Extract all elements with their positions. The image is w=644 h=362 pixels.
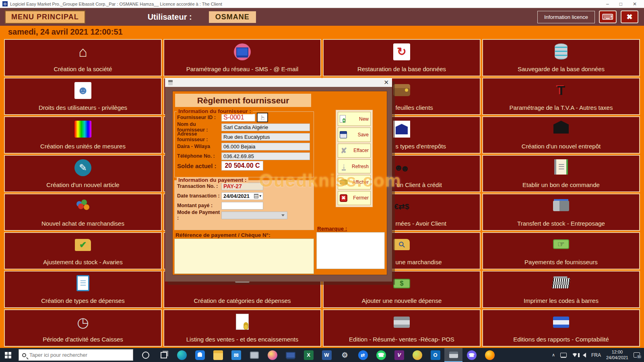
information-licence-button[interactable]: Information licence (537, 11, 595, 23)
tile-restauration-base[interactable]: Restauration de la base données (323, 39, 481, 76)
notification-badge: 11 (637, 355, 642, 359)
tray-chevron-icon[interactable]: ∧ (552, 352, 555, 358)
telephone-field[interactable]: 036.42.69.85 (221, 152, 310, 160)
save-button[interactable]: Save (338, 128, 371, 142)
tile-unites-mesures[interactable]: Création des unités de mesures (4, 116, 162, 154)
taskbar-app-paint[interactable] (263, 348, 281, 362)
taskbar-app-firefox[interactable] (481, 348, 499, 362)
taskbar-app-java[interactable] (408, 348, 426, 362)
tile-nouvel-article[interactable]: Création d'un nouvel article (4, 155, 162, 192)
volume-icon[interactable] (583, 353, 586, 358)
effacer-button[interactable]: Effacer (338, 144, 371, 158)
nom-fournisseur-field[interactable]: Sarl Candia Algérie (221, 123, 310, 131)
taskbar-app-edge[interactable] (173, 348, 191, 362)
taskbar-app-file-explorer[interactable] (209, 348, 227, 362)
tile-listing-ventes[interactable]: Listing des ventes - et des encaissement… (163, 309, 321, 347)
date-transaction-field[interactable]: 24/04/2021 ▾ (221, 192, 263, 200)
taskbar-app-task-view[interactable] (155, 348, 173, 362)
dialog-titlebar[interactable]: ✕ (165, 78, 392, 87)
tile-nouvel-entrepot[interactable]: Création d'un nouvel entrepôt (482, 116, 640, 154)
taskbar-app-remote-config[interactable] (336, 348, 354, 362)
tile-ajustement-stock[interactable]: Ajustement du stock - Avaries (4, 232, 162, 269)
afficher-button[interactable]: Afficher (338, 175, 371, 189)
tile-types-depenses[interactable]: Création de types de dépenses (4, 271, 162, 308)
remarque-textarea[interactable] (316, 232, 385, 269)
tile-label: Période d'activité des Caisses (5, 336, 161, 343)
fournisseur-id-field[interactable]: S-0001 (221, 114, 255, 121)
color-units-icon (74, 121, 91, 138)
taskbar-app-tablet[interactable] (245, 348, 263, 362)
button-label: Save (358, 132, 369, 138)
taskbar-app-visual-studio[interactable] (390, 348, 408, 362)
tile-achat-marchandises[interactable]: Nouvel achat de marchandises (4, 193, 162, 231)
tile-label: Sauvegarde de la base données (483, 66, 639, 72)
tile-label: Création de types de dépenses (5, 297, 161, 304)
user-name-badge: OSMANE (209, 11, 256, 23)
tile-sauvegarde-base[interactable]: Sauvegarde de la base données (482, 39, 640, 76)
tile-parametrage-reseau[interactable]: Paramétrage du réseau - SMS - @ E-mail (163, 39, 321, 76)
tile-transfert-stock[interactable]: Transfert de stock - Entreposage (482, 193, 640, 231)
button-label: Fermer (353, 195, 369, 201)
taskbar-app-cash-register[interactable] (444, 348, 462, 362)
minimize-button[interactable]: – (606, 1, 609, 7)
close-button[interactable]: ✕ (633, 1, 637, 7)
refresh-button[interactable]: Refresh (338, 159, 371, 173)
warehouse-key-icon (393, 121, 410, 138)
app-close-button[interactable]: ✖ (621, 10, 638, 23)
tile-droits-utilisateurs[interactable]: Droits des utilisateurs - privilèges (4, 78, 162, 115)
taskbar-app-word[interactable] (318, 348, 336, 362)
button-label: Afficher (353, 179, 369, 185)
date-dropdown-arrow-icon[interactable]: ▾ (259, 194, 261, 198)
taskbar-app-laptop[interactable] (281, 348, 299, 362)
paint-icon (268, 350, 277, 360)
taskbar-app-outlook[interactable] (426, 348, 444, 362)
teamviewer-icon (358, 350, 368, 360)
transaction-no-field[interactable]: PAY-27 (221, 183, 263, 190)
pick-supplier-button[interactable] (257, 113, 268, 122)
taskbar-app-cortana[interactable] (136, 348, 155, 362)
restore-button[interactable]: □ (619, 1, 622, 7)
adresse-fournisseur-field[interactable]: Rue des Eucalyptus (221, 133, 310, 141)
keyboard-button[interactable]: ⌨ (599, 10, 617, 23)
database-restore-icon (393, 43, 410, 60)
taskbar-app-excel[interactable] (299, 348, 318, 362)
date-value: 24/04/2021 (223, 193, 250, 199)
notification-center-icon[interactable]: 11 (634, 352, 640, 358)
date-transaction-label: Date transaction : (177, 193, 221, 199)
reference-payement-textarea[interactable] (174, 239, 314, 274)
folder-search-icon (394, 239, 410, 250)
calendar-icon[interactable] (254, 194, 258, 198)
taskbar-app-store[interactable] (191, 348, 209, 362)
tile-imprimer-codes-barres[interactable]: Imprimer les codes à barres (482, 271, 640, 308)
montant-paye-field[interactable] (221, 202, 263, 210)
edge-icon (177, 350, 187, 360)
supplier-group-title: Information du fournisseur : (177, 108, 253, 114)
taskbar-app-teamviewer[interactable] (354, 348, 372, 362)
tile-periode-caisses[interactable]: Période d'activité des Caisses (4, 309, 162, 347)
mode-payment-dropdown[interactable] (221, 212, 287, 219)
daira-wilaya-field[interactable]: 06.000 Bejaia (221, 143, 310, 150)
taskbar-app-viber[interactable] (462, 348, 481, 362)
new-button[interactable]: New (338, 112, 371, 126)
tile-creation-societe[interactable]: Création de la société (4, 39, 162, 76)
fermer-button[interactable]: Fermer (338, 191, 371, 205)
network-monitor-icon (234, 43, 251, 60)
tile-editions-rapports[interactable]: Editions des rapports - Comptabilité (482, 309, 640, 347)
tray-clock[interactable]: 12:00 24/04/2021 (606, 350, 628, 361)
network-icon[interactable] (560, 353, 567, 357)
tile-edition-resume-pos[interactable]: Edition - Résumé- ventes -Récap- POS (323, 309, 481, 347)
taskbar-app-mail[interactable] (227, 348, 245, 362)
remarque-label: Remarque : (317, 226, 347, 232)
taskbar-search[interactable] (19, 349, 133, 361)
menu-principal-button[interactable]: MENU PRINCIPAL (5, 10, 85, 24)
dialog-close-icon[interactable]: ✕ (384, 79, 389, 86)
start-button[interactable] (0, 348, 19, 362)
tile-bon-commande[interactable]: Etablir un bon de commande (482, 155, 640, 192)
dialog-button-panel: NewSaveEffacerRefreshAfficherFermer (336, 110, 373, 207)
tile-payements-fournisseurs[interactable]: Payements de fournisseurs (482, 232, 640, 269)
tile-parametrage-tva[interactable]: Paramétrage de la T.V.A - Autres taxes (482, 78, 640, 115)
taskbar-app-whatsapp[interactable] (372, 348, 390, 362)
search-input[interactable] (29, 352, 118, 358)
wifi-icon[interactable] (572, 353, 578, 357)
language-indicator[interactable]: FRA (591, 352, 601, 358)
